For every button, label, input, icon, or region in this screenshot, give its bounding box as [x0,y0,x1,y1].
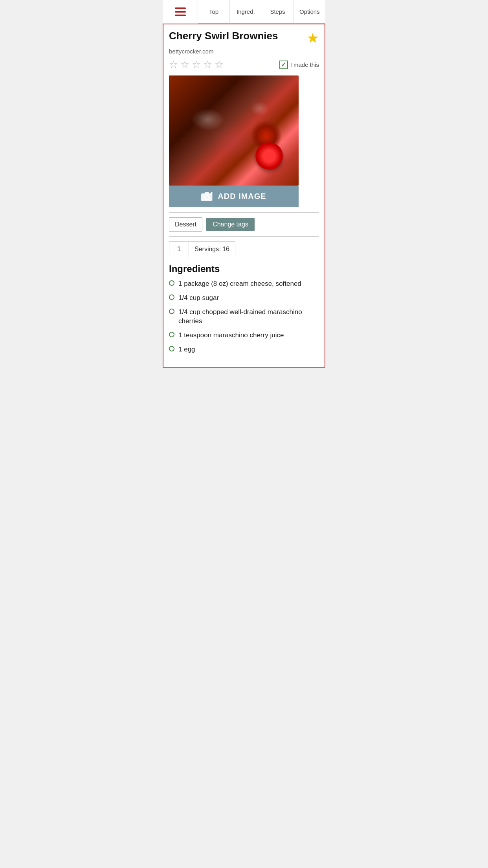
ingredient-text: 1 teaspoon maraschino cherry juice [178,331,284,340]
serving-multiplier-input[interactable] [169,242,189,257]
ingredient-text: 1 egg [178,345,195,354]
list-item: 1 egg [169,345,319,354]
recipe-source: bettycrocker.com [169,48,319,55]
star-4[interactable]: ☆ [203,59,212,71]
divider-1 [169,212,319,213]
bullet-icon [169,294,174,300]
ingredient-text: 1/4 cup sugar [178,293,219,303]
recipe-header: Cherry Swirl Brownies ★ [169,30,319,46]
star-1[interactable]: ☆ [169,59,178,71]
servings-text: Servings: 16 [189,242,235,257]
bullet-icon [169,346,174,351]
servings-row: Servings: 16 [169,241,235,257]
ingredients-title: Ingredients [169,263,319,274]
tag-dessert[interactable]: Dessert [169,217,202,232]
top-navigation: Top Ingred. Steps Options [163,0,325,24]
made-this-label: I made this [290,61,319,68]
checkmark-icon: ✓ [281,61,286,68]
tags-row: Dessert Change tags [169,217,319,232]
rating-row: ☆ ☆ ☆ ☆ ☆ ✓ I made this [169,59,319,71]
hamburger-icon [175,7,186,16]
svg-rect-2 [205,192,209,194]
divider-2 [169,236,319,237]
camera-icon [201,191,214,201]
list-item: 1/4 cup sugar [169,293,319,303]
add-image-label: ADD IMAGE [218,192,266,201]
made-this-checkbox[interactable]: ✓ [279,61,288,69]
star-5[interactable]: ☆ [215,59,224,71]
star-rating[interactable]: ☆ ☆ ☆ ☆ ☆ [169,59,224,71]
recipe-image [169,75,299,186]
list-item: 1 teaspoon maraschino cherry juice [169,331,319,340]
tab-steps[interactable]: Steps [262,0,294,24]
list-item: 1 package (8 oz) cream cheese, softened [169,279,319,289]
bullet-icon [169,332,174,337]
favorite-star[interactable]: ★ [306,30,319,46]
tab-options[interactable]: Options [294,0,325,24]
add-image-button[interactable]: ADD IMAGE [169,186,299,207]
bullet-icon [169,280,174,286]
star-2[interactable]: ☆ [180,59,189,71]
menu-button[interactable] [163,0,198,24]
made-this-row: ✓ I made this [279,61,319,69]
nav-tabs: Top Ingred. Steps Options [198,0,325,24]
recipe-content: Cherry Swirl Brownies ★ bettycrocker.com… [163,24,325,368]
ingredients-list: 1 package (8 oz) cream cheese, softened … [169,279,319,354]
ingredient-text: 1/4 cup chopped well-drained maraschino … [178,307,319,326]
recipe-title: Cherry Swirl Brownies [169,30,306,42]
tab-ingred[interactable]: Ingred. [230,0,262,24]
list-item: 1/4 cup chopped well-drained maraschino … [169,307,319,326]
star-3[interactable]: ☆ [192,59,201,71]
recipe-image-container [169,75,319,186]
tab-top[interactable]: Top [198,0,230,24]
ingredient-text: 1 package (8 oz) cream cheese, softened [178,279,301,289]
change-tags-button[interactable]: Change tags [206,218,255,231]
bullet-icon [169,309,174,314]
